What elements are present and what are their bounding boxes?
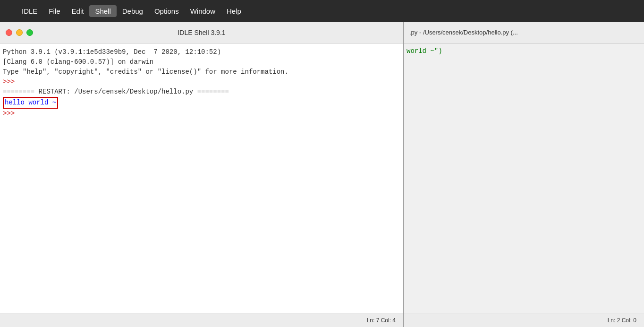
restart-line: ======== RESTART: /Users/censek/Desktop/… bbox=[3, 87, 400, 97]
editor-panel: .py - /Users/censek/Desktop/hello.py (..… bbox=[404, 22, 644, 327]
editor-title-text: .py - /Users/censek/Desktop/hello.py (..… bbox=[409, 29, 518, 36]
menu-edit[interactable]: Edit bbox=[66, 5, 90, 17]
minimize-button[interactable] bbox=[16, 29, 23, 36]
shell-status-text: Ln: 7 Col: 4 bbox=[367, 317, 396, 324]
editor-status-text: Ln: 2 Col: 0 bbox=[608, 317, 636, 324]
menu-bar: IDLE File Edit Shell Debug Options Windo… bbox=[0, 0, 644, 22]
menu-idle[interactable]: IDLE bbox=[16, 5, 43, 17]
shell-panel: IDLE Shell 3.9.1 Python 3.9.1 (v3.9.1:1e… bbox=[0, 22, 404, 327]
hello-world-line: hello world ~ bbox=[3, 97, 400, 109]
editor-title-bar: .py - /Users/censek/Desktop/hello.py (..… bbox=[404, 22, 644, 43]
menu-options[interactable]: Options bbox=[149, 5, 185, 17]
menu-debug[interactable]: Debug bbox=[117, 5, 149, 17]
hello-world-output: hello world ~ bbox=[3, 97, 58, 109]
editor-status-bar: Ln: 2 Col: 0 bbox=[404, 313, 644, 327]
shell-prompt-2: >>> bbox=[3, 109, 400, 119]
menu-shell[interactable]: Shell bbox=[89, 5, 116, 17]
window-controls bbox=[6, 29, 33, 36]
editor-line-1: world ~") bbox=[407, 47, 641, 55]
menu-help[interactable]: Help bbox=[221, 5, 247, 17]
menu-file[interactable]: File bbox=[43, 5, 66, 17]
close-button[interactable] bbox=[6, 29, 12, 36]
shell-prompt-1: >>> bbox=[3, 77, 400, 87]
menu-window[interactable]: Window bbox=[185, 5, 221, 17]
shell-content[interactable]: Python 3.9.1 (v3.9.1:1e5d33e9b9, Dec 7 2… bbox=[0, 43, 403, 313]
editor-content[interactable]: world ~") bbox=[404, 43, 644, 313]
startup-text: Python 3.9.1 (v3.9.1:1e5d33e9b9, Dec 7 2… bbox=[3, 47, 400, 77]
shell-title-text: IDLE Shell 3.9.1 bbox=[178, 29, 225, 36]
maximize-button[interactable] bbox=[26, 29, 33, 36]
main-content: IDLE Shell 3.9.1 Python 3.9.1 (v3.9.1:1e… bbox=[0, 22, 644, 327]
shell-status-bar: Ln: 7 Col: 4 bbox=[0, 313, 403, 327]
shell-title-bar: IDLE Shell 3.9.1 bbox=[0, 22, 403, 43]
